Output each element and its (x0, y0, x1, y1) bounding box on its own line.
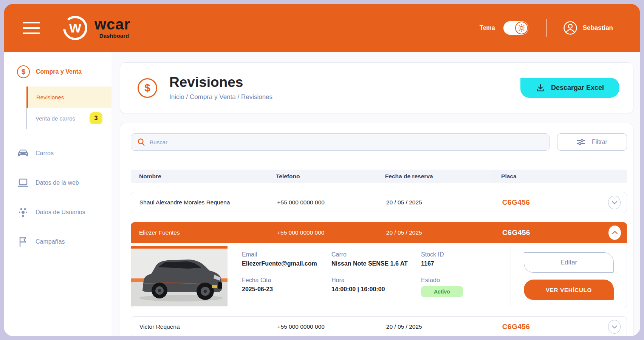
dollar-circle-icon: $ (17, 65, 30, 78)
cell-nombre: Eliezer Fuentes (131, 229, 269, 236)
cell-placa: C6G456 (494, 323, 600, 331)
collapse-row-button[interactable] (608, 226, 621, 240)
field-value: 2025-06-23 (242, 286, 331, 293)
sidebar-subitem-label: Revisiones (36, 94, 64, 100)
users-icon (17, 207, 29, 217)
flag-icon (17, 237, 29, 247)
page-title: Revisiones (169, 75, 272, 90)
column-header-fecha: Fecha de reserva (378, 170, 494, 183)
sidebar-item-label: Datos de Usuarios (36, 209, 85, 216)
detail-fields: Email EliezerFuente@gmail.com Carro Niss… (242, 246, 511, 306)
sidebar-item-datos-de-la-web[interactable]: Datos de la web (4, 168, 111, 198)
field-value: Nissan Note SENSE 1.6 AT (331, 260, 421, 267)
laptop-icon (17, 178, 29, 187)
status-badge: Activo (421, 286, 463, 297)
count-badge: 3 (90, 112, 102, 124)
column-header-nombre: Nombre (131, 170, 269, 183)
wcar-logo-icon: W (62, 15, 88, 41)
field-value: 1167 (421, 260, 511, 267)
filter-label: Filtrar (592, 139, 607, 145)
sidebar-item-carros[interactable]: Carros (4, 139, 111, 168)
header-divider (546, 19, 546, 37)
cell-fecha: 20 / 05 / 2025 (378, 229, 494, 236)
avatar-icon (563, 21, 577, 35)
sidebar-item-venta-de-carros[interactable]: Venta de carros 3 (26, 108, 111, 129)
breadcrumb: Inicio / Compra y Venta / Revisiones (169, 93, 272, 101)
sidebar-item-compra-y-venta[interactable]: $ Compra y Venta (4, 52, 111, 78)
vehicle-photo (131, 246, 228, 306)
sun-icon (515, 22, 528, 34)
field-estado: Estado Activo (421, 277, 511, 303)
brand-name: wcar (94, 17, 130, 32)
search-box (131, 133, 550, 151)
sidebar-item-label: Datos de la web (36, 179, 79, 186)
svg-text:W: W (69, 21, 82, 35)
search-icon (137, 138, 145, 146)
expand-row-button[interactable] (608, 320, 621, 334)
chevron-down-icon (612, 325, 617, 329)
field-value: EliezerFuente@gmail.com (242, 260, 331, 267)
brand-subtitle: Dashboard (99, 32, 129, 39)
column-header-telefono: Telefono (269, 170, 378, 183)
expanded-row: Eliezer Fuentes +55 000 0000 000 20 / 05… (131, 222, 627, 308)
user-menu[interactable]: Sebastian (563, 21, 613, 35)
filter-sliders-icon (577, 139, 585, 145)
download-excel-button[interactable]: Descargar Excel (520, 78, 619, 98)
sidebar: $ Compra y Venta Revisiones Venta de car… (4, 52, 111, 336)
cell-placa: C6G456 (494, 229, 600, 237)
download-excel-label: Descargar Excel (551, 84, 604, 92)
brand-logo[interactable]: W wcar Dashboard (62, 15, 130, 41)
user-name: Sebastian (583, 24, 613, 32)
field-carro: Carro Nissan Note SENSE 1.6 AT (331, 251, 421, 277)
theme-label: Tema (480, 25, 495, 31)
main-content: $ Revisiones Inicio / Compra y Venta / R… (111, 52, 640, 336)
column-header-placa: Placa (494, 170, 600, 183)
field-label: Estado (421, 277, 511, 284)
sidebar-section-label: Compra y Venta (36, 68, 82, 75)
download-icon (536, 83, 545, 93)
field-email: Email EliezerFuente@gmail.com (242, 251, 331, 277)
field-fecha-cita: Fecha Cita 2025-06-23 (242, 277, 331, 303)
revisiones-table-card: Filtrar Nombre Telefono Fecha de reserva… (120, 123, 633, 336)
cell-fecha: 20 / 05 / 2025 (378, 199, 494, 206)
cell-telefono: +55 000 0000 000 (269, 323, 378, 330)
dollar-circle-icon: $ (138, 78, 157, 98)
cell-telefono: +55 000 0000 000 (269, 199, 378, 206)
filter-button[interactable]: Filtrar (557, 133, 627, 151)
field-label: Fecha Cita (242, 277, 331, 284)
detail-actions: Editar VER VEHÍCULO (511, 246, 627, 306)
sidebar-item-revisiones[interactable]: Revisiones (26, 87, 111, 108)
table-toolbar: Filtrar (131, 133, 627, 151)
menu-icon[interactable] (23, 22, 40, 34)
sidebar-subitem-label: Venta de carros (36, 115, 75, 122)
sidebar-item-campanas[interactable]: Campañas (4, 227, 111, 257)
field-value: 14:00:00 | 16:00:00 (331, 286, 421, 293)
cell-nombre: Victor Requena (131, 323, 269, 330)
car-icon (17, 149, 29, 158)
field-label: Carro (331, 251, 421, 258)
cell-nombre: Shaul Alexandre Morales Requena (131, 199, 269, 206)
row-detail-panel: Email EliezerFuente@gmail.com Carro Niss… (131, 243, 627, 308)
field-label: Hora (331, 277, 421, 284)
edit-button[interactable]: Editar (524, 252, 614, 273)
field-hora: Hora 14:00:00 | 16:00:00 (331, 277, 421, 303)
cell-fecha: 20 / 05 / 2025 (378, 323, 494, 330)
top-bar: W wcar Dashboard Tema (4, 4, 640, 52)
chevron-up-icon (612, 231, 618, 234)
field-stock-id: Stock ID 1167 (421, 251, 511, 277)
page-header-card: $ Revisiones Inicio / Compra y Venta / R… (120, 62, 633, 113)
cell-telefono: +55 000 0000 000 (269, 229, 378, 236)
theme-toggle[interactable] (503, 21, 528, 35)
view-vehicle-button[interactable]: VER VEHÍCULO (524, 280, 614, 300)
table-row-expanded-header[interactable]: Eliezer Fuentes +55 000 0000 000 20 / 05… (131, 222, 627, 243)
expand-row-button[interactable] (608, 196, 621, 209)
sidebar-item-datos-de-usuarios[interactable]: Datos de Usuarios (4, 198, 111, 227)
sidebar-item-label: Carros (36, 150, 54, 157)
cell-placa: C6G456 (494, 198, 600, 207)
table-row[interactable]: Shaul Alexandre Morales Requena +55 000 … (131, 192, 627, 213)
table-row[interactable]: Victor Requena +55 000 0000 000 20 / 05 … (131, 316, 627, 336)
field-label: Stock ID (421, 251, 511, 258)
sidebar-item-label: Campañas (36, 238, 65, 245)
search-input[interactable] (150, 139, 543, 145)
table-header-row: Nombre Telefono Fecha de reserva Placa (131, 170, 627, 183)
